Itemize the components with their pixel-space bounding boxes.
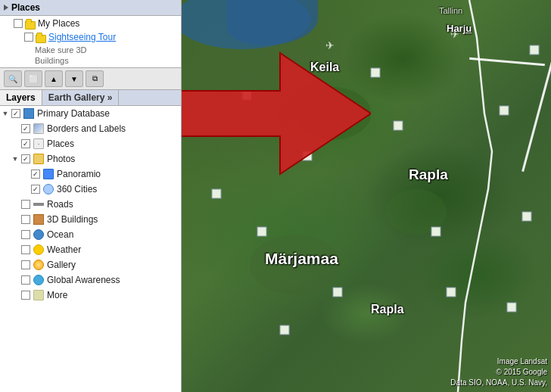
layer-expand-global-awareness[interactable] — [11, 276, 19, 284]
layer-checkbox-more[interactable] — [21, 291, 30, 300]
svg-rect-7 — [431, 227, 440, 236]
tab-earth-gallery[interactable]: Earth Gallery » — [42, 90, 120, 105]
svg-rect-9 — [257, 227, 266, 236]
left-panel: Places My Places Sightseeing Tour — [0, 0, 182, 392]
down-btn[interactable]: ▼ — [65, 70, 83, 87]
layer-borders[interactable]: Borders and Labels — [0, 121, 181, 136]
layer-expand-borders[interactable] — [11, 125, 19, 132]
boundary-line-1 — [521, 25, 551, 172]
places-title: Places — [11, 2, 40, 13]
svg-rect-16 — [530, 45, 539, 54]
layers-list: ▼Primary DatabaseBorders and Labels·Plac… — [0, 106, 181, 392]
layer-label-roads: Roads — [47, 199, 73, 210]
layer-checkbox-photos[interactable] — [21, 154, 30, 163]
layer-expand-places[interactable] — [11, 140, 19, 148]
label-marjamaa: Märjamaa — [265, 250, 338, 268]
sightseeing-label: Sightseeing Tour — [48, 32, 116, 42]
layer-checkbox-primary-db[interactable] — [11, 109, 20, 118]
layer-expand-photos[interactable]: ▼ — [11, 155, 19, 163]
layer-panoramio[interactable]: Panoramio — [0, 166, 181, 182]
layer-icon-global-awareness — [33, 274, 45, 286]
layer-checkbox-ocean[interactable] — [21, 230, 30, 239]
svg-rect-6 — [394, 121, 403, 130]
places-make-sure: Make sure 3D — [0, 45, 181, 55]
layer-roads[interactable]: Roads — [0, 197, 181, 212]
layer-gallery[interactable]: Gallery — [0, 257, 181, 272]
places-buildings: Buildings — [0, 55, 181, 66]
sightseeing-icon — [35, 32, 47, 44]
layer-checkbox-weather[interactable] — [21, 245, 30, 254]
layer-label-panoramio: Panoramio — [57, 169, 101, 179]
places-my-places[interactable]: My Places — [0, 17, 181, 31]
layer-checkbox-360cities[interactable] — [31, 185, 40, 194]
layer-photos[interactable]: ▼Photos — [0, 151, 181, 166]
layer-label-weather: Weather — [47, 244, 81, 255]
tab-layers[interactable]: Layers — [0, 90, 42, 105]
layer-weather[interactable]: Weather — [0, 242, 181, 257]
places-expand-icon — [4, 5, 8, 11]
places-toolbar: 🔍 ⬜ ▲ ▼ ⧉ — [0, 68, 181, 90]
svg-text:✈: ✈ — [450, 28, 459, 40]
layer-icon-more — [33, 289, 45, 301]
layer-expand-roads[interactable] — [11, 201, 19, 208]
layer-expand-panoramio[interactable] — [21, 170, 29, 178]
app-container: Places My Places Sightseeing Tour — [0, 0, 551, 392]
layer-icon-places: · — [33, 138, 45, 150]
boundary-line-2 — [469, 58, 545, 67]
search-btn[interactable]: 🔍 — [4, 70, 22, 87]
label-tallinn: Tallinn — [439, 6, 462, 15]
svg-rect-11 — [371, 68, 380, 77]
my-places-icon — [24, 18, 36, 30]
layer-expand-primary-db[interactable]: ▼ — [2, 110, 9, 117]
layer-primary-db[interactable]: ▼Primary Database — [0, 106, 181, 121]
layer-ocean[interactable]: Ocean — [0, 227, 181, 242]
layer-label-photos: Photos — [47, 154, 75, 164]
layer-checkbox-roads[interactable] — [21, 200, 30, 209]
my-places-checkbox[interactable] — [14, 19, 23, 28]
svg-rect-10 — [447, 288, 456, 297]
layer-label-360cities: 360 Cities — [57, 184, 97, 194]
my-places-label: My Places — [38, 18, 79, 29]
layer-expand-more[interactable] — [11, 291, 19, 299]
layer-label-places: Places — [47, 138, 74, 149]
map-area[interactable]: ✈ ✈ Keila Harju Tallinn Rapla Märjamaa R… — [182, 0, 551, 392]
layer-icon-weather — [33, 244, 45, 256]
layer-expand-ocean[interactable] — [11, 231, 19, 238]
layer-checkbox-borders[interactable] — [21, 124, 30, 133]
layers-tabs: Layers Earth Gallery » — [0, 90, 181, 106]
square-btn[interactable]: ⬜ — [24, 70, 42, 87]
make-sure-label: Make sure 3D — [35, 45, 86, 54]
svg-rect-8 — [333, 288, 342, 297]
layer-icon-roads — [33, 198, 45, 210]
layer-360cities[interactable]: 360 Cities — [0, 182, 181, 197]
up-btn[interactable]: ▲ — [45, 70, 63, 87]
layer-expand-weather[interactable] — [11, 246, 19, 254]
places-sightseeing[interactable]: Sightseeing Tour — [0, 31, 181, 45]
places-header[interactable]: Places — [0, 0, 181, 16]
expand-btn[interactable]: ⧉ — [86, 70, 104, 87]
label-harju: Harju — [447, 23, 472, 34]
layer-expand-360cities[interactable] — [21, 185, 29, 193]
layer-checkbox-gallery[interactable] — [21, 260, 30, 269]
layer-icon-panoramio — [42, 168, 54, 180]
layer-places[interactable]: ·Places — [0, 136, 181, 151]
svg-point-2 — [386, 189, 447, 235]
layer-checkbox-panoramio[interactable] — [31, 170, 40, 179]
layer-more[interactable]: More — [0, 288, 181, 303]
label-rapla-right: Rapla — [409, 166, 448, 183]
layer-label-global-awareness: Global Awareness — [47, 275, 120, 285]
map-copyright: Image Landsat © 2015 Google Data SIO, NO… — [450, 356, 547, 388]
layer-expand-3d-buildings[interactable] — [11, 216, 19, 223]
layer-checkbox-places[interactable] — [21, 139, 30, 148]
svg-rect-13 — [500, 106, 509, 115]
svg-rect-12 — [212, 189, 221, 198]
layer-icon-360cities — [42, 183, 54, 195]
sightseeing-checkbox[interactable] — [24, 33, 33, 42]
layer-icon-borders — [33, 123, 45, 135]
layer-expand-gallery[interactable] — [11, 261, 19, 269]
layer-checkbox-global-awareness[interactable] — [21, 275, 30, 285]
layer-global-awareness[interactable]: Global Awareness — [0, 272, 181, 288]
layer-checkbox-3d-buildings[interactable] — [21, 215, 30, 224]
layer-label-3d-buildings: 3D Buildings — [47, 214, 98, 225]
layer-3d-buildings[interactable]: 3D Buildings — [0, 212, 181, 227]
